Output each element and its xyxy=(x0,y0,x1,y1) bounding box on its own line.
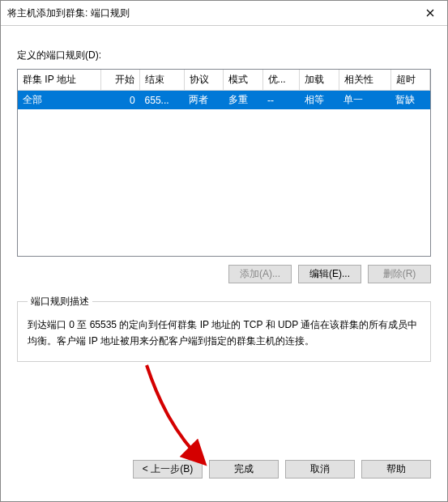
col-timeout[interactable]: 超时 xyxy=(390,70,429,91)
rule-description-group: 端口规则描述 到达端口 0 至 65535 的定向到任何群集 IP 地址的 TC… xyxy=(17,295,431,362)
dialog-window: 将主机添加到群集: 端口规则 定义的端口规则(D): 群集 IP 地址 开始 结… xyxy=(0,0,448,502)
col-end[interactable]: 结束 xyxy=(140,70,185,91)
port-rules-table[interactable]: 群集 IP 地址 开始 结束 协议 模式 优... 加载 相关性 超时 全部 0 xyxy=(18,70,430,109)
cell-cluster-ip: 全部 xyxy=(18,91,100,110)
col-start[interactable]: 开始 xyxy=(100,70,139,91)
remove-button[interactable]: 删除(R) xyxy=(368,265,431,283)
cell-mode: 多重 xyxy=(224,91,262,110)
back-button[interactable]: < 上一步(B) xyxy=(133,460,203,479)
cell-affinity: 单一 xyxy=(339,91,390,110)
cell-protocol: 两者 xyxy=(184,91,223,110)
table-row[interactable]: 全部 0 655... 两者 多重 -- 相等 单一 暂缺 xyxy=(18,91,430,110)
cell-priority: -- xyxy=(262,91,300,110)
close-icon xyxy=(426,9,434,17)
cell-load: 相等 xyxy=(300,91,339,110)
col-affinity[interactable]: 相关性 xyxy=(339,70,390,91)
dialog-footer: < 上一步(B) 完成 取消 帮助 xyxy=(1,446,447,501)
col-priority[interactable]: 优... xyxy=(262,70,300,91)
edit-button[interactable]: 编辑(E)... xyxy=(298,265,361,283)
col-cluster-ip[interactable]: 群集 IP 地址 xyxy=(18,70,100,91)
col-protocol[interactable]: 协议 xyxy=(184,70,223,91)
port-rules-table-container: 群集 IP 地址 开始 结束 协议 模式 优... 加载 相关性 超时 全部 0 xyxy=(17,69,431,257)
col-load[interactable]: 加载 xyxy=(300,70,339,91)
rule-description-legend: 端口规则描述 xyxy=(28,295,92,308)
window-title: 将主机添加到群集: 端口规则 xyxy=(1,6,130,20)
port-rules-label: 定义的端口规则(D): xyxy=(17,49,431,62)
add-button[interactable]: 添加(A)... xyxy=(228,265,292,283)
titlebar: 将主机添加到群集: 端口规则 xyxy=(1,1,447,26)
cancel-button[interactable]: 取消 xyxy=(285,460,355,479)
dialog-body: 定义的端口规则(D): 群集 IP 地址 开始 结束 协议 模式 优... 加载… xyxy=(1,26,447,446)
cell-timeout: 暂缺 xyxy=(390,91,429,110)
table-header-row: 群集 IP 地址 开始 结束 协议 模式 优... 加载 相关性 超时 xyxy=(18,70,430,91)
rule-description-text: 到达端口 0 至 65535 的定向到任何群集 IP 地址的 TCP 和 UDP… xyxy=(28,317,420,350)
col-mode[interactable]: 模式 xyxy=(224,70,262,91)
cell-end: 655... xyxy=(140,91,185,110)
finish-button[interactable]: 完成 xyxy=(209,460,279,479)
close-button[interactable] xyxy=(413,1,447,25)
table-action-buttons: 添加(A)... 编辑(E)... 删除(R) xyxy=(17,265,431,283)
cell-start: 0 xyxy=(100,91,139,110)
help-button[interactable]: 帮助 xyxy=(361,460,431,479)
